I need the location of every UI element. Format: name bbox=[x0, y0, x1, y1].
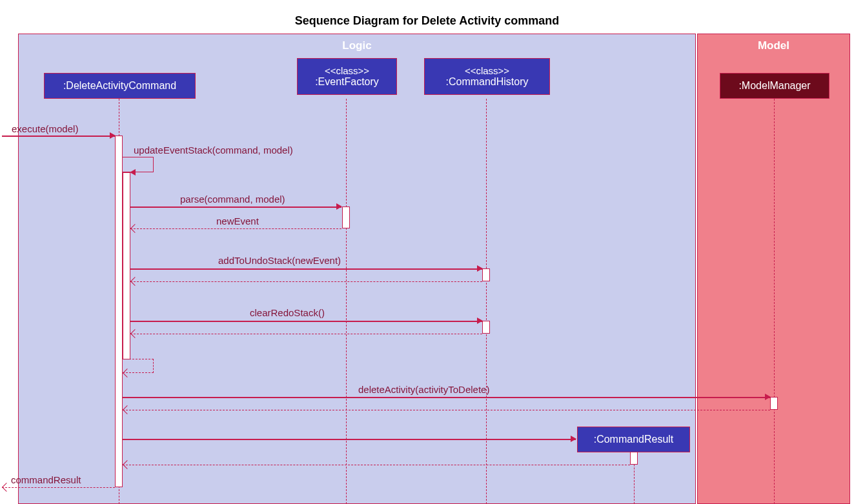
lifeline-ef bbox=[346, 99, 347, 504]
arrowhead-command-result bbox=[2, 483, 11, 492]
msg-update-event-stack: updateEventStack(command, model) bbox=[134, 145, 293, 156]
participant-model-manager: :ModelManager bbox=[720, 73, 829, 99]
model-title: Model bbox=[698, 34, 849, 57]
lifeline-ch bbox=[486, 99, 487, 504]
arrow-delete-activity bbox=[123, 397, 770, 398]
activation-ef bbox=[342, 207, 350, 228]
msg-command-result: commandResult bbox=[11, 474, 81, 485]
activation-dac-main bbox=[115, 136, 123, 487]
arrow-parse bbox=[130, 207, 341, 208]
arrowhead-parse bbox=[336, 203, 342, 210]
msg-delete-activity: deleteActivity(activityToDelete) bbox=[358, 384, 489, 395]
arrow-execute bbox=[2, 136, 115, 137]
stereotype-event-factory: <<class>> bbox=[307, 65, 387, 76]
msg-clear-redo: clearRedoStack() bbox=[250, 307, 325, 318]
arrow-add-undo bbox=[130, 268, 482, 270]
arrow-clear-redo bbox=[130, 321, 482, 322]
diagram-title: Sequence Diagram for Delete Activity com… bbox=[0, 14, 854, 28]
activation-cr bbox=[630, 452, 638, 465]
participant-command-history: <<class>> :CommandHistory bbox=[424, 58, 550, 95]
participant-event-factory: <<class>> :EventFactory bbox=[297, 58, 397, 95]
activation-ch2 bbox=[482, 321, 490, 334]
self-call-update-event-stack bbox=[123, 157, 154, 172]
return-new-event bbox=[130, 228, 341, 229]
logic-title: Logic bbox=[19, 34, 695, 57]
participant-command-result: :CommandResult bbox=[577, 427, 690, 452]
lifeline-mm bbox=[774, 99, 775, 504]
activation-mm bbox=[770, 397, 778, 410]
activation-dac-nested bbox=[123, 172, 130, 359]
return-add-undo bbox=[130, 281, 482, 282]
arrow-create-cr bbox=[123, 439, 576, 440]
msg-parse: parse(command, model) bbox=[180, 194, 285, 205]
msg-new-event: newEvent bbox=[216, 216, 259, 227]
participant-delete-activity-command: :DeleteActivityCommand bbox=[44, 73, 196, 99]
msg-add-undo: addToUndoStack(newEvent) bbox=[218, 255, 341, 266]
arrowhead-self-update bbox=[130, 169, 136, 176]
return-clear-redo bbox=[130, 334, 482, 334]
return-cr bbox=[123, 465, 630, 465]
return-command-result bbox=[2, 487, 115, 488]
return-delete-activity bbox=[123, 410, 770, 410]
msg-execute: execute(model) bbox=[12, 123, 78, 134]
stereotype-command-history: <<class>> bbox=[434, 65, 540, 76]
arrowhead-create-cr bbox=[571, 436, 576, 442]
participant-event-factory-label: :EventFactory bbox=[315, 76, 379, 87]
participant-command-history-label: :CommandHistory bbox=[445, 76, 528, 87]
activation-ch1 bbox=[482, 268, 490, 281]
